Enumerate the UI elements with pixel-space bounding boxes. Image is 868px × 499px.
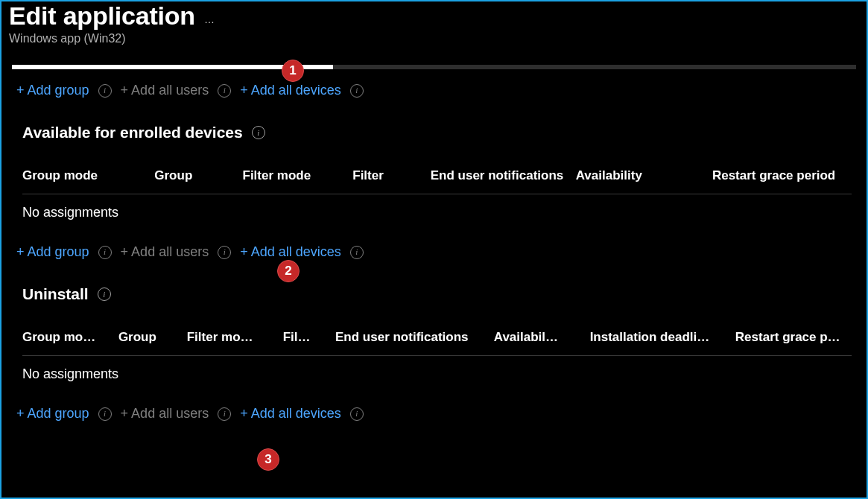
add-all-devices-link[interactable]: + Add all devices <box>240 83 341 98</box>
column-header[interactable]: Group <box>118 330 187 345</box>
column-header[interactable]: End user notifications <box>335 330 494 345</box>
add-all-devices-link[interactable]: + Add all devices <box>240 406 341 422</box>
info-icon[interactable]: i <box>218 407 231 421</box>
column-header[interactable]: Filter mo… <box>187 330 283 345</box>
column-header[interactable]: Group <box>154 168 242 183</box>
empty-state-text: No assignments <box>22 356 852 392</box>
column-header[interactable]: Installation deadli… <box>590 330 735 345</box>
info-icon[interactable]: i <box>252 126 265 139</box>
section-uninstall: Uninstall i Group mo… Group Filter mo… F… <box>1 267 867 392</box>
table-header-uninstall: Group mo… Group Filter mo… Fil… End user… <box>22 330 852 356</box>
info-icon[interactable]: i <box>98 407 112 421</box>
annotation-badge-1: 1 <box>282 60 304 82</box>
info-icon[interactable]: i <box>350 246 364 259</box>
more-actions-icon[interactable]: … <box>204 13 216 25</box>
info-icon[interactable]: i <box>350 407 364 421</box>
add-all-devices-link[interactable]: + Add all devices <box>240 244 341 260</box>
column-header[interactable]: Filter mode <box>243 168 353 183</box>
column-header[interactable]: Availabil… <box>494 330 590 345</box>
action-row-uninstall: + Add group i + Add all users i + Add al… <box>1 392 867 429</box>
page-title: Edit application <box>9 1 195 31</box>
column-header[interactable]: Group mode <box>22 168 154 183</box>
page-header: Edit application … Windows app (Win32) <box>1 1 867 51</box>
action-row-required: + Add group i + Add all users i + Add al… <box>1 69 867 106</box>
column-header[interactable]: Restart grace p… <box>735 330 852 345</box>
add-group-link[interactable]: + Add group <box>16 406 89 422</box>
info-icon[interactable]: i <box>350 84 364 98</box>
empty-state-text: No assignments <box>22 194 852 231</box>
annotation-badge-2: 2 <box>277 260 300 282</box>
info-icon[interactable]: i <box>98 287 111 301</box>
info-icon[interactable]: i <box>98 84 112 98</box>
column-header[interactable]: Fil… <box>283 330 335 345</box>
add-all-users-link: + Add all users <box>121 406 209 422</box>
column-header[interactable]: Group mo… <box>22 330 118 345</box>
section-title-uninstall: Uninstall <box>22 285 89 303</box>
column-header[interactable]: End user notifications <box>431 168 576 183</box>
add-all-users-link: + Add all users <box>121 244 209 260</box>
column-header[interactable]: Availability <box>576 168 712 183</box>
info-icon[interactable]: i <box>98 246 112 259</box>
annotation-badge-3: 3 <box>257 448 279 471</box>
column-header[interactable]: Restart grace period <box>712 168 852 183</box>
add-group-link[interactable]: + Add group <box>16 244 89 260</box>
add-all-users-link: + Add all users <box>121 83 209 98</box>
page-subtitle: Windows app (Win32) <box>9 32 859 45</box>
section-available: Available for enrolled devices i Group m… <box>1 106 867 231</box>
info-icon[interactable]: i <box>218 84 231 98</box>
add-group-link[interactable]: + Add group <box>16 83 89 98</box>
table-header-available: Group mode Group Filter mode Filter End … <box>22 168 852 194</box>
info-icon[interactable]: i <box>218 246 231 259</box>
column-header[interactable]: Filter <box>352 168 430 183</box>
section-title-available: Available for enrolled devices <box>22 124 243 142</box>
action-row-available: + Add group i + Add all users i + Add al… <box>1 231 867 267</box>
